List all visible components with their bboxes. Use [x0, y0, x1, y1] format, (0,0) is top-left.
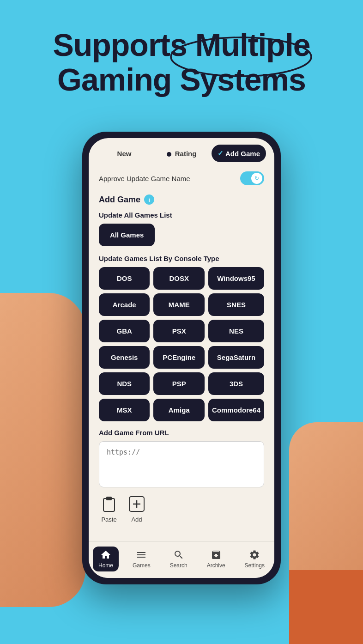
tabs-bar: New Rating ✓ Add Game	[89, 138, 274, 167]
check-icon: ✓	[218, 149, 224, 158]
approve-row: Approve Update Game Name ↻	[99, 171, 264, 185]
console-pcengine[interactable]: PCEngine	[153, 346, 204, 369]
paste-action[interactable]: Paste	[99, 494, 119, 523]
approve-label: Approve Update Game Name	[99, 175, 190, 182]
home-icon	[100, 549, 111, 560]
info-icon[interactable]: i	[144, 194, 154, 205]
console-segasaturn[interactable]: SegaSaturn	[208, 346, 264, 369]
bottom-nav: Home Games Search	[89, 541, 274, 578]
phone-frame: New Rating ✓ Add Game Approve Update Gam…	[82, 132, 281, 584]
action-row: Paste Add	[99, 494, 264, 528]
svg-rect-2	[106, 497, 112, 500]
nav-home-label: Home	[98, 562, 113, 569]
tab-rating[interactable]: Rating	[154, 145, 209, 162]
nav-settings-label: Settings	[245, 562, 265, 569]
nav-settings[interactable]: Settings	[239, 547, 270, 571]
nav-archive[interactable]: Archive	[201, 547, 231, 571]
console-msx[interactable]: MSX	[99, 399, 150, 421]
console-grid: DOS DOSX Windows95 Arcade MAME SNES GBA …	[99, 267, 264, 421]
nav-games-label: Games	[133, 562, 151, 569]
add-icon-box	[127, 494, 147, 514]
console-genesis[interactable]: Genesis	[99, 346, 150, 369]
add-label: Add	[131, 516, 142, 523]
paste-icon	[102, 496, 116, 512]
search-icon	[173, 549, 184, 560]
console-windows95[interactable]: Windows95	[208, 267, 264, 290]
console-dosx[interactable]: DOSX	[153, 267, 204, 290]
phone-screen: New Rating ✓ Add Game Approve Update Gam…	[89, 138, 274, 578]
phone-mockup: New Rating ✓ Add Game Approve Update Gam…	[82, 132, 281, 584]
games-icon	[136, 549, 147, 560]
update-by-console-label: Update Games List By Console Type	[99, 255, 264, 262]
tab-add-game[interactable]: ✓ Add Game	[212, 145, 266, 162]
toggle-icon: ↻	[251, 173, 262, 184]
svg-rect-1	[103, 498, 115, 511]
console-gba[interactable]: GBA	[99, 320, 150, 342]
url-section-title: Add Game From URL	[99, 429, 264, 437]
console-arcade[interactable]: Arcade	[99, 293, 150, 316]
hand-right	[289, 422, 363, 644]
hero-title-line1: Supports Multiple	[53, 27, 310, 62]
nav-search-label: Search	[170, 562, 188, 569]
hero-title: Supports Multiple Gaming Systems	[0, 28, 363, 97]
settings-icon	[249, 549, 260, 560]
console-psx[interactable]: PSX	[153, 320, 204, 342]
console-nes[interactable]: NES	[208, 320, 264, 342]
approve-toggle[interactable]: ↻	[240, 171, 264, 185]
console-nds[interactable]: NDS	[99, 372, 150, 395]
add-game-title: Add Game i	[99, 194, 264, 205]
archive-icon	[211, 549, 222, 560]
all-games-button[interactable]: All Games	[99, 224, 155, 246]
add-icon	[128, 496, 145, 512]
add-action[interactable]: Add	[127, 494, 147, 523]
tab-dot	[167, 152, 171, 157]
hand-left	[0, 293, 85, 607]
update-all-label: Update All Games List	[99, 211, 264, 219]
nav-search[interactable]: Search	[164, 547, 193, 571]
hero-title-line2: Gaming Systems	[57, 62, 306, 97]
nav-games[interactable]: Games	[127, 547, 156, 571]
nav-archive-label: Archive	[207, 562, 225, 569]
console-dos[interactable]: DOS	[99, 267, 150, 290]
paste-icon-box	[99, 494, 119, 514]
content-area: Approve Update Game Name ↻ Add Game i Up…	[89, 167, 274, 541]
console-amiga[interactable]: Amiga	[153, 399, 204, 421]
console-mame[interactable]: MAME	[153, 293, 204, 316]
console-3ds[interactable]: 3DS	[208, 372, 264, 395]
paste-label: Paste	[101, 516, 116, 523]
console-psp[interactable]: PSP	[153, 372, 204, 395]
toggle-refresh-icon: ↻	[254, 175, 259, 182]
console-commodore64[interactable]: Commodore64	[208, 399, 264, 421]
hero-section: Supports Multiple Gaming Systems	[0, 28, 363, 97]
nav-home[interactable]: Home	[93, 547, 119, 571]
tab-new[interactable]: New	[97, 145, 151, 162]
console-snes[interactable]: SNES	[208, 293, 264, 316]
url-input[interactable]	[99, 441, 264, 487]
